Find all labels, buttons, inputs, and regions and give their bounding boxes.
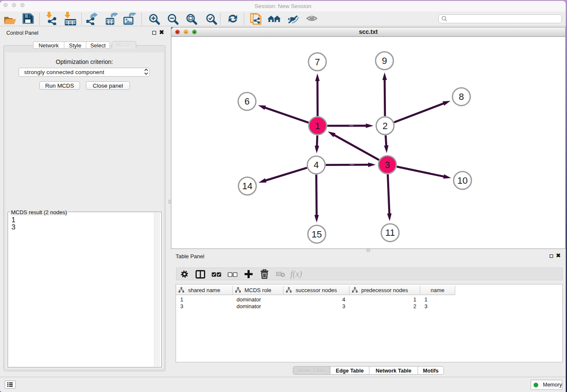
svg-text:6: 6	[245, 96, 250, 107]
svg-text:7: 7	[315, 57, 320, 67]
svg-text:9: 9	[382, 55, 387, 66]
svg-text:14: 14	[242, 181, 252, 191]
svg-text:10: 10	[457, 175, 468, 186]
svg-text:3: 3	[385, 160, 390, 170]
svg-text:15: 15	[311, 229, 322, 240]
svg-text:2: 2	[383, 121, 388, 131]
svg-text:4: 4	[314, 160, 319, 170]
svg-text:8: 8	[459, 91, 464, 102]
svg-text:11: 11	[385, 227, 395, 238]
svg-text:1: 1	[315, 121, 320, 131]
